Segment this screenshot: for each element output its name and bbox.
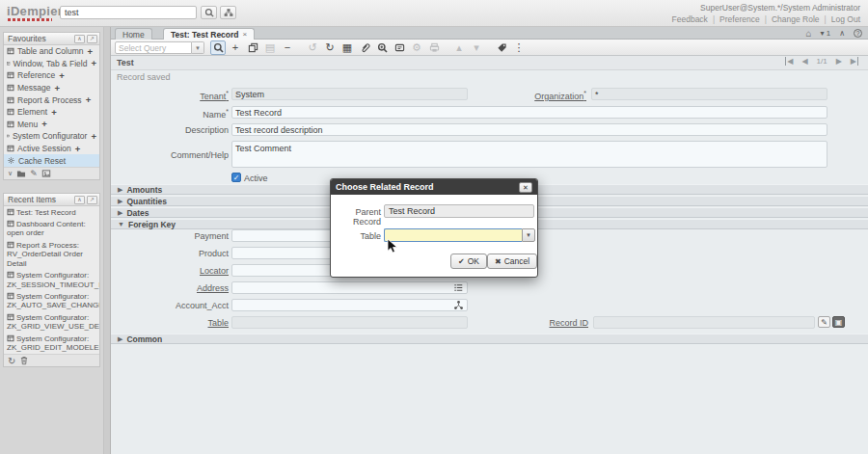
edit-icon[interactable]: ✎ [30, 169, 38, 178]
recent-item[interactable]: System Configurator: ZK_GRID_EDIT_MODELE… [4, 333, 99, 354]
last-record-icon[interactable]: ▶ [851, 57, 858, 66]
feedback-link[interactable]: Feedback [672, 14, 708, 24]
close-tab-icon[interactable]: × [243, 30, 248, 39]
close-dialog-button[interactable]: ✕ [519, 182, 532, 193]
sidebar-item-cache-reset[interactable]: Cache Reset [4, 154, 99, 167]
grid-toggle-button[interactable]: ▦ [339, 40, 355, 55]
window-list-dropdown[interactable]: ▾ 1 [820, 29, 830, 38]
change-role-link[interactable]: Change Role [772, 14, 820, 24]
chevron-down-icon[interactable]: ∨ [8, 170, 13, 177]
folder-icon[interactable] [16, 169, 26, 178]
recent-item[interactable]: System Configurator: ZK_GRID_VIEW_USE_DE… [4, 311, 99, 333]
add-favourite-icon[interactable]: + [86, 94, 92, 105]
label-button[interactable] [494, 40, 509, 55]
home-icon[interactable]: ⌂ [805, 28, 811, 39]
ok-button[interactable]: ✔OK [450, 254, 487, 269]
account-acct-field[interactable] [231, 299, 468, 311]
status-message: Record saved [117, 72, 171, 82]
help-icon[interactable]: ? [854, 29, 862, 38]
comment-help-field[interactable]: Test Comment [231, 141, 827, 168]
table-label[interactable]: Table [111, 318, 229, 328]
dialog-header[interactable]: Choose Related Record ✕ [331, 179, 537, 195]
recent-item[interactable]: System Configurator: ZK_AUTO_SAVE_CHANGE… [4, 291, 99, 312]
record-id-zoom-button[interactable]: ▣ [832, 316, 845, 328]
record-id-edit-button[interactable]: ✎ [818, 316, 830, 328]
name-label: Name* [111, 108, 229, 120]
favourites-header: Favourites ∧ ↗ [4, 33, 99, 45]
add-favourite-icon[interactable]: + [91, 58, 96, 68]
tenant-label[interactable]: Tenant* [111, 90, 229, 101]
description-field[interactable] [231, 123, 827, 136]
record-id-label[interactable]: Record ID [471, 318, 588, 328]
sidebar-item-active-session[interactable]: Active Session+ [4, 143, 99, 155]
first-record-icon[interactable]: ◀ [785, 57, 793, 66]
sidebar-item-message[interactable]: Message+ [4, 82, 99, 94]
preference-link[interactable]: Preference [719, 14, 760, 24]
tab-test-record[interactable]: Test: Test Record × [163, 28, 255, 40]
favourites-list: Table and Column+ Window, Tab & Field+ R… [4, 45, 99, 167]
refresh-icon[interactable]: ↻ [8, 356, 15, 366]
locator-label[interactable]: Locator [111, 266, 229, 276]
resize-panel-icon[interactable]: ↗ [87, 196, 97, 204]
image-icon[interactable] [41, 169, 51, 178]
refresh-button[interactable]: ↻ [322, 40, 338, 55]
address-detail-icon[interactable] [453, 282, 464, 293]
sidebar-item-report-process[interactable]: Report & Process+ [4, 93, 99, 106]
recent-item[interactable]: Test: Test Record [4, 206, 99, 218]
add-favourite-icon[interactable]: + [88, 46, 94, 57]
add-favourite-icon[interactable]: + [55, 83, 61, 93]
copy-record-button[interactable] [245, 40, 260, 55]
cancel-button[interactable]: ✖Cancel [487, 254, 537, 269]
sidebar-item-menu[interactable]: Menu+ [4, 119, 99, 131]
add-favourite-icon[interactable]: + [91, 131, 96, 142]
recent-item[interactable]: Dashboard Content: open order [4, 218, 99, 239]
add-favourite-icon[interactable]: + [75, 144, 81, 154]
address-label[interactable]: Address [111, 283, 229, 293]
select-query-combo[interactable]: Select Query [115, 41, 192, 54]
sidebar-item-reference[interactable]: Reference+ [4, 69, 99, 82]
next-record-icon[interactable]: ▶ [836, 57, 842, 66]
table-lookup-input[interactable] [384, 228, 522, 242]
collapse-icon[interactable]: ∧ [839, 29, 845, 38]
button-label: OK [468, 256, 479, 266]
tab-home[interactable]: Home [115, 28, 152, 40]
menu-lookup-button[interactable] [220, 6, 236, 19]
attachment-button[interactable] [357, 40, 372, 55]
search-icon [204, 8, 214, 17]
recent-item[interactable]: System Configurator: ZK_SESSION_TIMEOUT_… [4, 270, 99, 291]
add-favourite-icon[interactable]: + [41, 119, 47, 129]
sidebar-item-table-and-column[interactable]: Table and Column+ [4, 45, 99, 58]
delete-record-button[interactable]: − [280, 40, 295, 55]
detail-record-button: ▾ [469, 40, 484, 55]
chevron-right-icon: ▶ [118, 335, 122, 343]
sidebar-item-system-configurator[interactable]: System Configurator+ [4, 130, 99, 143]
address-field[interactable] [231, 281, 468, 294]
find-button[interactable] [210, 40, 226, 55]
sidebar-item-window-tab-field[interactable]: Window, Tab & Field+ [4, 58, 99, 70]
new-record-button[interactable]: + [228, 40, 243, 55]
search-button[interactable] [201, 6, 217, 19]
collapse-panel-icon[interactable]: ∧ [74, 196, 85, 204]
select-query-dropdown-icon[interactable]: ▼ [192, 41, 204, 54]
resize-panel-icon[interactable]: ↗ [87, 35, 97, 43]
section-common[interactable]: ▶Common [111, 334, 868, 344]
global-search-input[interactable] [60, 6, 197, 19]
add-favourite-icon[interactable]: + [59, 70, 65, 81]
logout-link[interactable]: Log Out [831, 14, 860, 24]
table-dropdown-icon[interactable]: ▼ [522, 228, 535, 242]
zoom-button[interactable] [374, 40, 390, 55]
recent-item[interactable]: Report & Process: RV_OrderDetail Order D… [4, 239, 99, 269]
organization-label[interactable]: Organization* [469, 90, 586, 101]
more-actions-button[interactable]: ⋮ [511, 40, 527, 55]
collapse-panel-icon[interactable]: ∧ [74, 35, 85, 43]
chat-button[interactable] [392, 40, 407, 55]
add-favourite-icon[interactable]: + [51, 107, 57, 118]
name-field[interactable] [231, 106, 827, 119]
active-checkbox[interactable]: ✓ [231, 173, 241, 182]
sidebar-splitter[interactable] [104, 27, 111, 454]
previous-record-icon[interactable]: ◀ [801, 57, 807, 66]
account-combination-icon[interactable] [453, 300, 464, 310]
printer-icon [429, 42, 440, 53]
sidebar-item-element[interactable]: Element+ [4, 106, 99, 119]
trash-icon[interactable] [19, 356, 29, 365]
